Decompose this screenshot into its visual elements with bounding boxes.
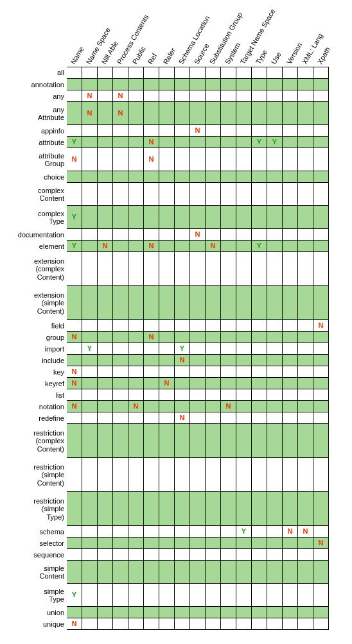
cell [252, 538, 267, 549]
cell [236, 102, 252, 125]
cell [267, 366, 283, 378]
cell [144, 171, 159, 183]
cell [267, 389, 283, 401]
cell [144, 355, 159, 366]
cell [221, 183, 236, 206]
cell [159, 183, 175, 206]
cell [113, 183, 128, 206]
cell [267, 252, 283, 286]
row-label: extension(complexContent) [3, 252, 67, 286]
column-header: Ref [144, 3, 159, 67]
cell [82, 378, 98, 389]
row-label: key [3, 366, 67, 378]
cell [221, 618, 236, 630]
cell [190, 526, 206, 538]
cell [236, 389, 252, 401]
cell [206, 206, 221, 229]
cell [128, 320, 144, 332]
cell [144, 561, 159, 584]
cell [252, 366, 267, 378]
cell [298, 171, 313, 183]
cell [144, 549, 159, 561]
cell [128, 67, 144, 79]
cell [159, 355, 175, 366]
cell [298, 241, 313, 252]
row-label: import [3, 343, 67, 355]
cell [206, 412, 221, 424]
cell [175, 125, 190, 137]
table-row: uniqueN [3, 618, 349, 630]
cell [128, 102, 144, 125]
table-row: selectorN [3, 538, 349, 549]
cell [175, 332, 190, 343]
row-label: notation [3, 401, 67, 412]
cell [190, 607, 206, 618]
cell [252, 286, 267, 320]
cell [283, 241, 298, 252]
cell: N [144, 137, 159, 148]
cell [159, 206, 175, 229]
cell [128, 206, 144, 229]
cell [267, 286, 283, 320]
table-row: complexContent [3, 183, 349, 206]
cell [128, 148, 144, 171]
cell [221, 607, 236, 618]
cell [113, 424, 128, 458]
cell [236, 378, 252, 389]
cell [175, 584, 190, 607]
cell [128, 526, 144, 538]
cell [206, 137, 221, 148]
cell: N [175, 412, 190, 424]
cell [313, 343, 329, 355]
cell [236, 252, 252, 286]
cell [283, 412, 298, 424]
cell [190, 401, 206, 412]
cell [190, 286, 206, 320]
cell [82, 125, 98, 137]
cell [283, 424, 298, 458]
table-row: anyNN [3, 90, 349, 102]
table-row: simpleTypeY [3, 584, 349, 607]
cell [313, 241, 329, 252]
cell [206, 320, 221, 332]
cell [236, 458, 252, 492]
cell [82, 561, 98, 584]
cell [128, 332, 144, 343]
cell [298, 286, 313, 320]
cell: N [313, 538, 329, 549]
cell: N [67, 148, 82, 171]
cell [267, 67, 283, 79]
cell [190, 183, 206, 206]
cell [206, 148, 221, 171]
cell [190, 90, 206, 102]
cell [190, 424, 206, 458]
cell: N [175, 355, 190, 366]
cell [283, 183, 298, 206]
cell [267, 125, 283, 137]
cell [221, 332, 236, 343]
cell [175, 252, 190, 286]
cell [221, 412, 236, 424]
cell [313, 424, 329, 458]
cell [267, 241, 283, 252]
table-row: redefineN [3, 412, 349, 424]
cell [252, 148, 267, 171]
cell [67, 320, 82, 332]
cell [175, 401, 190, 412]
table-row: groupNN [3, 332, 349, 343]
cell [113, 538, 128, 549]
cell [175, 183, 190, 206]
cell [144, 102, 159, 125]
row-label: include [3, 355, 67, 366]
cell [313, 102, 329, 125]
cell [298, 378, 313, 389]
cell [82, 401, 98, 412]
row-label: list [3, 389, 67, 401]
cell [283, 343, 298, 355]
cell [236, 241, 252, 252]
table-row: extension(simpleContent) [3, 286, 349, 320]
cell [82, 526, 98, 538]
column-header: Version [283, 3, 298, 67]
cell [206, 286, 221, 320]
cell [313, 332, 329, 343]
